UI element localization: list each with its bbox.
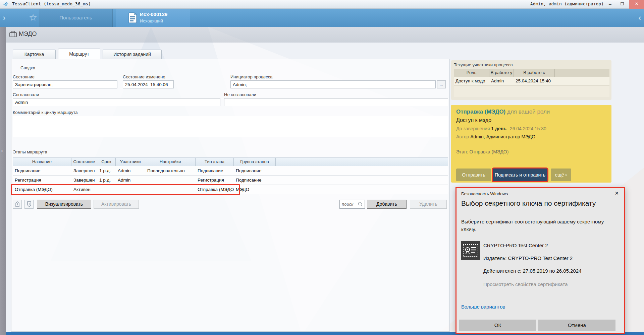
column-header[interactable]: Срок — [97, 158, 116, 166]
ok-button[interactable]: ОК — [459, 320, 536, 331]
table-row[interactable]: ПодписаниеЗавершен1 р.д.AdminПоследовате… — [13, 166, 448, 176]
document-icon — [128, 12, 137, 23]
nav-collapse-icon[interactable]: ‹ — [638, 9, 641, 27]
table-cell: МЭДО — [234, 185, 276, 194]
dialog-close-icon[interactable]: ✕ — [614, 190, 619, 196]
nav-bar: › ☆ Пользователь Исх-000129 Исходящий ‹ — [0, 9, 644, 27]
table-cell: Подписание — [234, 176, 276, 185]
table-cell: Активен — [71, 185, 97, 194]
approved-field[interactable] — [13, 98, 220, 106]
table-cell: 25.04.2024 15:40 — [514, 77, 555, 85]
visualize-button[interactable]: Визуализировать — [37, 200, 91, 209]
dialog-header: Безопасность Windows — [461, 191, 508, 196]
stages-table-body: ПодписаниеЗавершен1 р.д.AdminПоследовате… — [13, 166, 448, 194]
table-cell: Admin — [116, 176, 145, 185]
table-row[interactable]: Отправка (МЭДО)АктивенОтправка (МЭДО)МЭД… — [13, 185, 448, 194]
not-approved-field[interactable] — [224, 98, 448, 106]
table-cell: Подписание — [13, 166, 71, 175]
tab-route[interactable]: Маршрут — [58, 49, 100, 59]
nav-tab-document[interactable]: Исх-000129 Исходящий — [116, 9, 190, 27]
column-header[interactable]: Участники — [116, 158, 145, 166]
page-header-band — [6, 27, 644, 43]
initiator-field[interactable] — [230, 80, 436, 88]
table-cell — [116, 185, 145, 194]
state-changed-label: Состояние изменено — [123, 74, 165, 79]
add-button[interactable]: Добавить — [367, 200, 407, 209]
tab-card[interactable]: Карточка — [13, 50, 56, 59]
more-actions-button[interactable]: ещё˅ — [551, 169, 571, 181]
stage-move-up-button[interactable] — [13, 200, 22, 209]
column-header[interactable]: В работе с — [514, 69, 555, 77]
not-approved-label: Не согласовали — [224, 92, 256, 97]
certificate-properties-link[interactable]: Просмотреть свойства сертификата — [483, 281, 568, 287]
table-cell: 1 р.д. — [97, 176, 116, 185]
minimize-button[interactable]: – — [604, 0, 616, 9]
table-cell: Admin — [116, 166, 145, 175]
stages-label: Этапы маршрута — [13, 149, 47, 154]
nav-tab-user[interactable]: Пользователь — [39, 9, 113, 27]
task-title-main: Отправка (МЭДО) — [456, 109, 505, 115]
participants-table-header: РольВ работе уВ работе с — [454, 69, 609, 77]
send-button[interactable]: Отправить — [456, 169, 491, 181]
participants-table-body: Доступ к мэдоAdmin25.04.2024 15:40 — [454, 77, 609, 85]
task-deadline-label: До завершения — [456, 126, 491, 131]
task-author-name: Admin, Администратор МЭДО — [470, 134, 535, 139]
task-deadline-value: 1 день — [491, 126, 506, 131]
delete-button[interactable]: Удалить — [410, 200, 447, 209]
close-button[interactable]: ✕ — [629, 0, 644, 9]
column-header[interactable] — [555, 69, 609, 77]
comment-field[interactable] — [13, 116, 448, 137]
table-cell — [276, 176, 448, 185]
table-cell — [276, 166, 448, 175]
column-header[interactable]: Состояние — [71, 158, 97, 166]
divider — [456, 160, 606, 160]
restore-button[interactable]: ❐ — [616, 0, 628, 9]
sign-and-send-button[interactable]: Подписать и отправить — [493, 169, 547, 181]
more-actions-label: ещё — [555, 172, 564, 178]
task-deadline: До завершения 1 день26.04.2024 15:30 — [456, 126, 546, 131]
tab-task-history[interactable]: История заданий — [103, 50, 162, 59]
stages-search — [339, 200, 365, 209]
certificate-icon — [461, 241, 480, 260]
nav-expand-icon[interactable]: › — [3, 9, 6, 27]
table-cell: Последовательно — [145, 166, 196, 175]
column-header[interactable]: Тип этапа — [196, 158, 234, 166]
initiator-more-button[interactable]: ... — [437, 80, 446, 88]
nav-tab-document-type: Исходящий — [140, 18, 163, 23]
table-cell: Регистрация — [196, 176, 234, 185]
task-role: Доступ к мэдо — [456, 117, 491, 123]
table-cell: Отправка (МЭДО) — [196, 185, 234, 194]
column-header[interactable]: Группа этапов — [234, 158, 276, 166]
column-header[interactable] — [276, 158, 448, 166]
stage-move-down-button[interactable] — [24, 200, 34, 209]
column-header[interactable]: Роль — [454, 69, 489, 77]
search-input[interactable] — [342, 201, 357, 207]
left-rail-expand-icon[interactable]: › — [1, 147, 3, 154]
certificate-name[interactable]: CRYPTO-PRO Test Center 2 — [483, 243, 548, 248]
state-label: Состояние — [13, 74, 35, 79]
divider — [456, 146, 606, 146]
table-cell: Admin — [489, 77, 514, 85]
table-cell — [555, 77, 609, 85]
table-cell — [97, 185, 116, 194]
initiator-label: Инициатор процесса — [230, 74, 273, 79]
more-options-link[interactable]: Больше вариантов — [461, 304, 505, 310]
table-row[interactable]: Доступ к мэдоAdmin25.04.2024 15:40 — [454, 77, 609, 85]
chevron-down-icon: ˅ — [565, 174, 567, 177]
dialog-title: Выбор секретного ключа по сертификату — [461, 199, 596, 207]
activate-button[interactable]: Активировать — [94, 200, 139, 209]
table-cell: Доступ к мэдо — [454, 77, 489, 85]
comment-label: Комментарий к циклу маршрута — [13, 110, 77, 115]
state-changed-field[interactable] — [123, 80, 174, 88]
table-cell: Завершен — [71, 166, 97, 175]
app-logo-icon — [3, 1, 9, 7]
table-cell: Завершен — [71, 176, 97, 185]
state-field[interactable] — [13, 80, 117, 88]
table-row[interactable]: РегистрацияЗавершен1 р.д.AdminРегистраци… — [13, 176, 448, 185]
windows-security-dialog: Безопасность Windows ✕ Выбор секретного … — [455, 187, 625, 334]
cancel-button[interactable]: Отмена — [538, 320, 615, 331]
column-header[interactable]: Название — [13, 158, 71, 166]
column-header[interactable]: В работе у — [489, 69, 514, 77]
column-header[interactable]: Настройки — [145, 158, 196, 166]
favorites-star-icon[interactable]: ☆ — [29, 12, 37, 24]
